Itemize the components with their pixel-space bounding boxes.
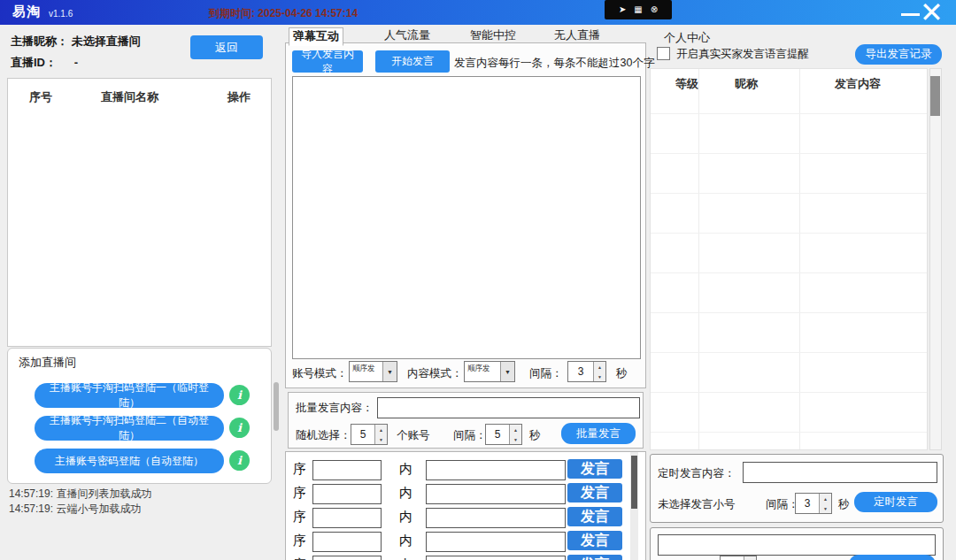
chat-log-table: 等级 昵称 发言内容 xyxy=(650,68,928,450)
add-room-title: 添加直播间 xyxy=(19,355,76,371)
spin-down-icon[interactable]: ▼ xyxy=(594,372,605,381)
speech-hint: 发言内容每行一条，每条不能超过30个字 xyxy=(454,56,654,71)
info-icon[interactable]: i xyxy=(229,450,250,471)
bottom-action-button[interactable] xyxy=(849,555,936,560)
expiry-label: 到期时间: xyxy=(209,7,255,19)
say-button[interactable]: 发言 xyxy=(567,483,622,502)
batch-speech-button[interactable]: 批量发言 xyxy=(561,423,636,444)
seq-input[interactable] xyxy=(312,532,382,552)
left-scrollbar[interactable] xyxy=(274,382,279,431)
content-input[interactable] xyxy=(426,484,566,504)
spin-up-icon[interactable]: ▲ xyxy=(510,425,521,434)
log-line: 14:57:19: 直播间列表加载成功 xyxy=(9,487,151,502)
expiry-time: 到期时间: 2025-04-26 14:57:14 xyxy=(209,6,358,21)
chevron-down-icon[interactable]: ▼ xyxy=(382,362,397,381)
seq-input[interactable] xyxy=(312,460,382,480)
scrollbar-thumb[interactable] xyxy=(631,456,637,509)
interval-label: 间隔： xyxy=(529,366,563,381)
info-icon[interactable]: i xyxy=(229,418,250,438)
seq-input[interactable] xyxy=(312,508,382,528)
manual-speech-row: 序内发言 xyxy=(286,507,629,528)
login-password-button[interactable]: 主播账号密码登陆（自动登陆） xyxy=(35,449,224,473)
seq-label: 序 xyxy=(293,509,306,525)
login-scan-1-button[interactable]: 主播账号手淘扫码登陆一（临时登陆） xyxy=(35,383,224,408)
chat-col-nickname: 昵称 xyxy=(735,76,758,92)
account-count-value xyxy=(721,556,744,560)
batch-content-input[interactable] xyxy=(377,397,640,418)
content-label: 内 xyxy=(399,485,412,502)
import-speech-button[interactable]: 导入发言内容 xyxy=(292,50,363,73)
timed-content-input[interactable] xyxy=(743,462,937,483)
content-input[interactable] xyxy=(426,508,566,528)
tab-smart-control[interactable]: 智能中控 xyxy=(466,27,520,43)
spin-up-icon[interactable]: ▲ xyxy=(744,556,756,560)
timed-interval-spinner[interactable]: 3 ▲▼ xyxy=(795,493,832,514)
add-room-section: 添加直播间 主播账号手淘扫码登陆一（临时登陆） i 主播账号手淘扫码登陆二（自动… xyxy=(7,348,272,484)
seq-input[interactable] xyxy=(312,484,382,504)
info-icon[interactable]: i xyxy=(229,385,250,405)
recorder-overlay-toolbar: ➤ ▦ ⊗ xyxy=(605,0,672,19)
say-button[interactable]: 发言 xyxy=(567,555,622,560)
account-mode-label: 账号模式： xyxy=(292,366,348,381)
table-row-divider xyxy=(651,153,927,154)
manual-speech-row: 序内发言 xyxy=(286,555,629,560)
spin-down-icon[interactable]: ▼ xyxy=(820,503,831,513)
interval-spinner[interactable]: 3 ▲▼ xyxy=(567,361,606,382)
bottom-input[interactable] xyxy=(658,534,936,556)
random-unit: 个账号 xyxy=(397,428,430,443)
account-count-spinner[interactable]: ▲▼ xyxy=(720,556,757,560)
content-mode-value: 顺序发 xyxy=(465,362,500,381)
seq-label: 序 xyxy=(293,485,306,502)
tab-personal-center[interactable]: 个人中心 xyxy=(664,30,710,46)
timed-speech-button[interactable]: 定时发言 xyxy=(854,492,937,512)
app-version: v1.1.6 xyxy=(49,9,73,19)
tab-unmanned-live[interactable]: 无人直播 xyxy=(551,27,604,43)
speech-content-textarea[interactable] xyxy=(292,76,641,359)
content-input[interactable] xyxy=(426,460,566,480)
tab-popularity[interactable]: 人气流量 xyxy=(381,27,434,43)
spin-up-icon[interactable]: ▲ xyxy=(375,425,387,434)
tab-danmu-interact[interactable]: 弹幕互动 xyxy=(289,27,343,46)
chat-scrollbar[interactable] xyxy=(929,68,942,450)
seq-label: 序 xyxy=(293,461,306,478)
content-mode-select[interactable]: 顺序发 ▼ xyxy=(464,361,515,382)
say-button[interactable]: 发言 xyxy=(567,459,622,479)
batch-interval-label: 间隔： xyxy=(453,428,487,443)
say-button[interactable]: 发言 xyxy=(567,507,622,526)
account-mode-select[interactable]: 顺序发 ▼ xyxy=(349,361,397,382)
timed-content-label: 定时发言内容： xyxy=(658,466,736,481)
interval-unit: 秒 xyxy=(616,366,628,381)
spin-down-icon[interactable]: ▼ xyxy=(375,434,387,444)
table-row-divider xyxy=(651,113,927,114)
spin-up-icon[interactable]: ▲ xyxy=(820,494,831,503)
batch-content-label: 批量发言内容： xyxy=(296,401,374,416)
close-button[interactable]: ✕ xyxy=(920,0,944,28)
seq-input[interactable] xyxy=(312,556,382,560)
content-input[interactable] xyxy=(426,532,566,552)
timed-speech-section: 定时发言内容： 未选择发言小号 间隔： 3 ▲▼ 秒 定时发言 xyxy=(650,454,944,523)
cursor-icon[interactable]: ➤ xyxy=(619,5,626,14)
room-list-table: 序号 直播间名称 操作 xyxy=(7,78,272,347)
batch-interval-spinner[interactable]: 5 ▲▼ xyxy=(485,424,522,445)
seq-label: 序 xyxy=(293,556,306,560)
say-button[interactable]: 发言 xyxy=(567,531,622,550)
content-input[interactable] xyxy=(426,556,566,560)
voice-reminder-checkbox[interactable] xyxy=(657,47,670,60)
spin-up-icon[interactable]: ▲ xyxy=(594,362,605,372)
table-row-divider xyxy=(651,233,927,234)
export-records-button[interactable]: 导出发言记录 xyxy=(855,44,942,65)
card-icon[interactable]: ▦ xyxy=(634,5,642,14)
interval-value: 3 xyxy=(568,362,593,381)
manual-list-scrollbar[interactable] xyxy=(630,452,638,560)
start-speech-button[interactable]: 开始发言 xyxy=(375,50,450,73)
table-row-divider xyxy=(651,352,927,353)
back-button[interactable]: 返回 xyxy=(190,35,263,59)
login-scan-2-button[interactable]: 主播账号手淘扫码登陆二（自动登陆） xyxy=(35,416,224,441)
minimize-button[interactable] xyxy=(901,13,920,16)
stop-close-icon[interactable]: ⊗ xyxy=(651,5,658,14)
spin-down-icon[interactable]: ▼ xyxy=(510,434,521,444)
room-col-seq: 序号 xyxy=(29,89,52,105)
random-count-spinner[interactable]: 5 ▲▼ xyxy=(351,424,388,445)
chevron-down-icon[interactable]: ▼ xyxy=(500,362,514,381)
scrollbar-thumb[interactable] xyxy=(930,76,940,116)
